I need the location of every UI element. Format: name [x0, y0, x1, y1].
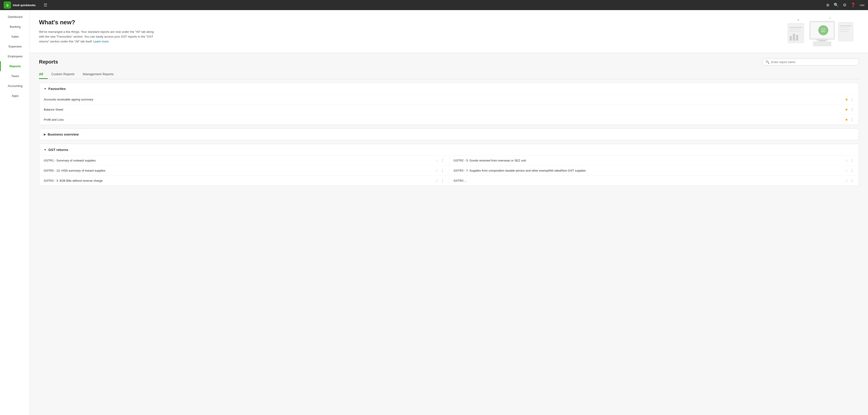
more-options-icon[interactable]: ⋮: [850, 178, 854, 183]
gear-icon[interactable]: ⚙: [843, 2, 846, 7]
favourites-title: Favourites: [49, 87, 66, 91]
sidebar-item-taxes[interactable]: Taxes: [0, 71, 30, 81]
gst-col-left: GSTR1 - Summary of outward supplies ☆ ⋮ …: [39, 155, 449, 186]
whats-new-body: We've rearranged a few things. Your stan…: [39, 30, 158, 44]
star-icon[interactable]: ☆: [435, 178, 438, 183]
tab-all[interactable]: All: [39, 70, 48, 79]
star-icon[interactable]: ☆: [845, 158, 848, 162]
report-row-actions: ☆ ⋮: [435, 178, 444, 183]
star-icon[interactable]: ☆: [435, 158, 438, 162]
chevron-right-icon: ▶: [44, 133, 46, 136]
svg-rect-23: [840, 29, 850, 30]
report-row-actions: ☆ ⋮: [845, 158, 854, 162]
star-icon[interactable]: ★: [845, 97, 848, 101]
report-row[interactable]: GSTR1 - Summary of outward supplies ☆ ⋮: [39, 155, 449, 166]
sidebar-item-banking[interactable]: Banking: [0, 22, 30, 32]
help-icon[interactable]: ❓: [850, 2, 856, 7]
more-options-icon[interactable]: ⋮: [850, 158, 854, 162]
report-row[interactable]: GSTR2 - 13. HSN summary of inward suppli…: [39, 166, 449, 176]
gst-returns-header[interactable]: ▼ GST returns: [39, 144, 859, 155]
search-input[interactable]: [771, 60, 856, 64]
sidebar-item-employees[interactable]: Employees: [0, 51, 30, 61]
more-options-icon[interactable]: ⋮: [850, 97, 854, 101]
reports-section: Reports 🔍 All Custom Reports Management …: [30, 53, 868, 415]
report-row-actions: ☆ ⋮: [845, 178, 854, 183]
chevron-down-icon: ▼: [44, 87, 46, 90]
svg-rect-25: [813, 41, 831, 46]
reports-title: Reports: [39, 59, 58, 65]
report-name: Profit and Loss: [44, 118, 845, 121]
sidebar-item-apps[interactable]: Apps: [0, 91, 30, 101]
svg-rect-18: [816, 39, 828, 40]
report-name: GSTR2 - 13. HSN summary of inward suppli…: [44, 169, 435, 172]
report-name: GSTR2 - 7. Supplies from composition tax…: [454, 169, 845, 172]
sidebar-item-dashboard[interactable]: Dashboard: [0, 12, 30, 22]
topnav-right: ⊕ 🔍 ⚙ ❓ Hel: [826, 2, 864, 7]
qb-logo-icon: Q: [4, 1, 11, 9]
qb-logo: Q intuit quickbooks: [4, 1, 40, 9]
report-row-actions: ★ ⋮: [845, 117, 854, 122]
report-row[interactable]: Accounts receivable ageing summary ★ ⋮: [39, 94, 859, 105]
gst-col-right: GSTR2 - 5. Goods received from overseas …: [449, 155, 859, 186]
plus-icon[interactable]: ⊕: [826, 2, 830, 7]
star-icon[interactable]: ★: [845, 107, 848, 112]
main-layout: Dashboard Banking Sales Expenses Employe…: [0, 10, 868, 415]
more-options-icon[interactable]: ⋮: [441, 158, 444, 162]
tab-custom-reports[interactable]: Custom Reports: [51, 70, 79, 79]
report-row[interactable]: GSTR2 ... ☆ ⋮: [449, 176, 859, 186]
sidebar-item-accounting[interactable]: Accounting: [0, 81, 30, 91]
report-row[interactable]: GSTR2 - 3. B2B Bills without reverse cha…: [39, 176, 449, 186]
report-row-actions: ★ ⋮: [845, 97, 854, 101]
more-options-icon[interactable]: ⋮: [850, 168, 854, 173]
sidebar-item-reports[interactable]: Reports: [0, 61, 30, 71]
search-box[interactable]: 🔍: [763, 59, 859, 65]
svg-rect-10: [789, 31, 801, 32]
search-icon[interactable]: 🔍: [834, 2, 839, 7]
star-icon[interactable]: ☆: [845, 168, 848, 173]
gst-returns-section: ▼ GST returns GSTR1 - Summary of outward…: [39, 144, 859, 186]
more-options-icon[interactable]: ⋮: [441, 178, 444, 183]
sidebar: Dashboard Banking Sales Expenses Employe…: [0, 10, 30, 415]
sidebar-item-sales[interactable]: Sales: [0, 32, 30, 41]
reports-header: Reports 🔍: [39, 59, 859, 65]
whats-new-text: What's new? We've rearranged a few thing…: [39, 19, 158, 44]
report-name: GSTR1 - Summary of outward supplies: [44, 159, 435, 162]
gst-rows: GSTR1 - Summary of outward supplies ☆ ⋮ …: [39, 155, 859, 186]
svg-text:✦: ✦: [829, 17, 831, 19]
more-options-icon[interactable]: ⋮: [441, 168, 444, 173]
svg-rect-8: [789, 27, 802, 28]
help-label[interactable]: Hel: [860, 3, 864, 7]
svg-rect-12: [793, 34, 795, 40]
report-row-actions: ★ ⋮: [845, 107, 854, 112]
tab-management-reports[interactable]: Management Reports: [83, 70, 118, 79]
favourites-header[interactable]: ▼ Favourites: [39, 83, 859, 94]
report-name: GSTR2 ...: [454, 179, 845, 182]
whats-new-title: What's new?: [39, 19, 158, 26]
more-options-icon[interactable]: ⋮: [850, 117, 854, 122]
hamburger-icon[interactable]: ☰: [43, 2, 47, 7]
report-row[interactable]: GSTR2 - 5. Goods received from overseas …: [449, 155, 859, 166]
banner-illustration: ✦ ✦ ✦ ✦: [781, 17, 859, 46]
svg-rect-22: [840, 27, 848, 28]
business-overview-header[interactable]: ▶ Business overview: [39, 129, 859, 140]
svg-rect-11: [789, 36, 792, 40]
svg-text:intuit quickbooks: intuit quickbooks: [13, 4, 36, 7]
report-row[interactable]: Balance Sheet ★ ⋮: [39, 105, 859, 115]
svg-rect-9: [789, 29, 799, 30]
topnav: Q intuit quickbooks ☰ ⊕ 🔍 ⚙ ❓ Hel: [0, 0, 868, 10]
svg-text:Q: Q: [6, 3, 8, 7]
star-icon[interactable]: ☆: [435, 168, 438, 173]
learn-more-link[interactable]: Learn more: [93, 40, 108, 43]
svg-rect-13: [796, 35, 798, 40]
report-row[interactable]: Profit and Loss ★ ⋮: [39, 115, 859, 125]
star-icon[interactable]: ☆: [845, 178, 848, 183]
more-options-icon[interactable]: ⋮: [850, 107, 854, 112]
sidebar-item-expenses[interactable]: Expenses: [0, 41, 30, 51]
svg-rect-24: [840, 31, 849, 32]
logo-text: intuit quickbooks: [13, 2, 40, 8]
report-row[interactable]: GSTR2 - 7. Supplies from composition tax…: [449, 166, 859, 176]
search-icon: 🔍: [766, 60, 769, 64]
report-name: Balance Sheet: [44, 108, 845, 111]
star-icon[interactable]: ★: [845, 117, 848, 122]
report-row-actions: ☆ ⋮: [845, 168, 854, 173]
